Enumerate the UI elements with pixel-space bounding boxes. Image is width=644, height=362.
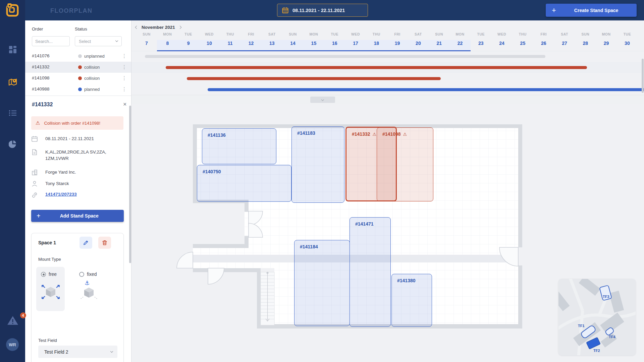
- timeline-bar-141076[interactable]: [145, 55, 545, 58]
- calendar-day-27[interactable]: SAT27: [554, 32, 575, 46]
- calendar-day-16[interactable]: TUE16: [324, 32, 345, 46]
- day-of-week-label: MON: [596, 32, 617, 36]
- detail-scrollbar[interactable]: [129, 106, 131, 263]
- calendar-day-26[interactable]: FRI26: [533, 32, 554, 46]
- day-of-week-label: WED: [345, 32, 366, 36]
- stand-space-141136[interactable]: #141136: [202, 128, 276, 164]
- free-mount-cube-icon: [40, 282, 61, 302]
- stairs: [261, 272, 274, 325]
- order-search-input[interactable]: [32, 36, 70, 46]
- calendar-day-8[interactable]: MON8: [157, 32, 178, 46]
- day-of-week-label: SUN: [429, 32, 449, 36]
- floorplan-canvas[interactable]: #141136#140750#141183#141184#141471#1413…: [131, 104, 644, 362]
- calendar-day-20[interactable]: SAT20: [408, 32, 429, 46]
- app-logo[interactable]: [5, 3, 20, 18]
- order-row-141098[interactable]: #141098collision⋮: [25, 73, 131, 84]
- calendar-day-19[interactable]: FRI19: [387, 32, 408, 46]
- calendar-day-9[interactable]: TUE9: [178, 32, 199, 46]
- stand-label: #141471: [355, 221, 374, 227]
- status-dot-icon: [78, 54, 82, 58]
- detail-order-link[interactable]: 141471/207233: [45, 192, 77, 197]
- app-title: FLOORPLAN: [50, 7, 93, 14]
- minimap[interactable]: TF1 TF2 TF3 TF4: [558, 279, 636, 355]
- day-of-week-label: SUN: [282, 32, 303, 36]
- timeline-bar-140988[interactable]: [208, 88, 644, 91]
- stand-space-141184[interactable]: #141184: [294, 240, 350, 326]
- status-filter-select[interactable]: Select: [75, 36, 122, 46]
- minimap-label-tf1: TF1: [578, 324, 585, 328]
- calendar-day-24[interactable]: WED24: [491, 32, 512, 46]
- timeline-bar-141332[interactable]: [166, 66, 587, 69]
- minimap-label-tf4: TF4: [609, 335, 615, 339]
- detail-date-range: 08.11.2021 - 22.11.2021: [45, 135, 122, 142]
- next-month-icon[interactable]: [178, 26, 181, 29]
- calendar-day-14[interactable]: SUN14: [282, 32, 303, 46]
- fixed-mount-cube-icon: [78, 286, 99, 303]
- chevron-down-icon: [321, 98, 324, 101]
- stand-space-141332[interactable]: #141332⚠: [345, 127, 397, 201]
- calendar-day-13[interactable]: SAT13: [262, 32, 282, 46]
- day-of-week-label: SUN: [575, 32, 596, 36]
- calendar-day-11[interactable]: THU11: [220, 32, 240, 46]
- order-row-141332[interactable]: #141332collision⋮: [25, 62, 131, 73]
- sidebar-item-reports[interactable]: [0, 140, 25, 148]
- calendar-day-17[interactable]: WED17: [345, 32, 366, 46]
- collapse-timeline-button[interactable]: [310, 97, 335, 103]
- pencil-icon: [83, 240, 89, 246]
- selected-range-underline: [157, 50, 471, 51]
- mount-type-option-free[interactable]: free: [36, 267, 65, 311]
- calendar-day-22[interactable]: MON22: [450, 32, 471, 46]
- calendar-day-12[interactable]: FRI12: [241, 32, 262, 46]
- sidebar-item-alerts[interactable]: 4: [0, 315, 25, 327]
- calendar-day-30[interactable]: TUE30: [617, 32, 638, 46]
- sidebar-item-orders-list[interactable]: [0, 109, 25, 117]
- calendar-day-21[interactable]: SUN21: [429, 32, 449, 46]
- calendar-day-29[interactable]: MON29: [596, 32, 617, 46]
- warning-icon: ⚠: [373, 132, 377, 137]
- day-number: 12: [241, 41, 262, 46]
- stand-space-140750[interactable]: #140750: [197, 165, 291, 202]
- create-stand-space-button[interactable]: + Create Stand Space: [546, 4, 637, 17]
- stand-space-141471[interactable]: #141471: [350, 217, 391, 327]
- sidebar-item-floorplan[interactable]: [0, 77, 25, 87]
- order-id: #140988: [32, 86, 50, 92]
- day-number: 18: [366, 41, 387, 46]
- prev-month-icon[interactable]: [135, 26, 139, 29]
- close-icon[interactable]: ×: [123, 101, 127, 108]
- calendar-day-28[interactable]: SUN28: [575, 32, 596, 46]
- alert-triangle-icon: [7, 315, 19, 326]
- add-stand-space-button[interactable]: + Add Stand Space: [31, 210, 124, 222]
- day-number: 26: [533, 41, 554, 46]
- day-number: 23: [471, 41, 491, 46]
- status-dot-icon: [78, 65, 82, 69]
- user-avatar[interactable]: WR: [6, 338, 19, 351]
- calendar-day-10[interactable]: WED10: [199, 32, 220, 46]
- calendar-day-25[interactable]: THU25: [512, 32, 533, 46]
- radio-free[interactable]: [41, 272, 46, 277]
- row-menu-icon[interactable]: ⋮: [122, 64, 127, 70]
- detail-company-row: Forge Yard Inc.: [31, 169, 122, 176]
- sidebar-item-dashboard[interactable]: [0, 46, 25, 54]
- edit-space-button[interactable]: [79, 237, 92, 249]
- order-list: #141076unplanned⋮#141332collision⋮#14109…: [25, 51, 131, 95]
- calendar-day-23[interactable]: TUE23: [471, 32, 491, 46]
- date-range-picker[interactable]: 08.11.2021 - 22.11.2021: [277, 4, 368, 17]
- calendar-day-15[interactable]: MON15: [303, 32, 324, 46]
- order-row-140988[interactable]: #140988planned⋮: [25, 84, 131, 95]
- row-menu-icon[interactable]: ⋮: [122, 53, 127, 59]
- stand-space-141183[interactable]: #141183: [291, 126, 344, 203]
- stand-space-141380[interactable]: #141380: [391, 274, 432, 327]
- timeline-scrollbar[interactable]: [642, 59, 644, 93]
- timeline-bar-141098[interactable]: [187, 77, 441, 80]
- row-menu-icon[interactable]: ⋮: [122, 75, 127, 81]
- row-menu-icon[interactable]: ⋮: [122, 86, 127, 92]
- list-icon: [9, 109, 17, 117]
- calendar-day-18[interactable]: THU18: [366, 32, 387, 46]
- mount-type-option-fixed[interactable]: fixed ⚓: [74, 267, 103, 311]
- radio-fixed[interactable]: [79, 272, 84, 277]
- order-row-141076[interactable]: #141076unplanned⋮: [25, 51, 131, 62]
- day-of-week-label: TUE: [617, 32, 638, 36]
- delete-space-button[interactable]: [98, 237, 111, 249]
- test-field-dropdown[interactable]: Test Field 2: [38, 346, 117, 358]
- calendar-day-7[interactable]: SUN7: [136, 32, 157, 46]
